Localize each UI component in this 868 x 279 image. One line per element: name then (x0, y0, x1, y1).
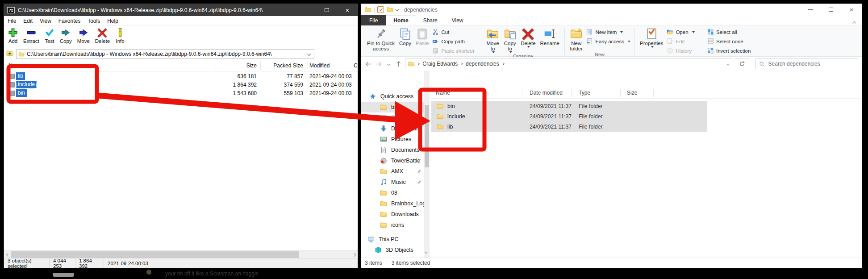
tab-view[interactable]: View (445, 15, 471, 25)
sidebar-item-this-pc[interactable]: This PC (367, 234, 423, 245)
invert-selection-button[interactable]: Invert selection (706, 46, 752, 55)
test-label: Test (45, 38, 54, 44)
menu-help[interactable]: Help (104, 18, 122, 24)
search-box[interactable] (755, 58, 858, 69)
breadcrumb-bar[interactable]: Craig Edwards dependencies (405, 58, 732, 69)
pin-to-quick-access-button[interactable]: Pin to Quick access (365, 26, 397, 51)
add-button[interactable]: Add (6, 27, 20, 45)
column-name[interactable]: Name (8, 62, 23, 69)
column-modified[interactable]: Modified (309, 62, 330, 69)
sidebar-item-downloads-folder[interactable]: Downloads (380, 209, 424, 220)
forward-button[interactable] (375, 60, 383, 68)
column-date-modified[interactable]: Date modified (530, 90, 563, 96)
breadcrumb-current[interactable]: dependencies (466, 61, 499, 67)
copy-path-button[interactable]: Copy path (431, 37, 476, 46)
horizontal-scrollbar[interactable] (4, 250, 358, 258)
delete-button[interactable]: Delete (518, 26, 538, 48)
sidebar-item-08[interactable]: 08 (380, 187, 424, 198)
scroll-down-button[interactable] (425, 247, 427, 255)
tab-home[interactable]: Home (386, 15, 416, 25)
up-button[interactable] (395, 60, 403, 68)
file-packed-size: 559 103 (257, 90, 303, 96)
up-one-level-button[interactable] (6, 50, 14, 58)
clipboard-icon (416, 28, 428, 40)
history-button[interactable]: History (665, 46, 696, 55)
maximize-button[interactable] (317, 4, 337, 16)
copy-button[interactable]: Copy (397, 26, 413, 46)
sidebar-item-icons[interactable]: icons (380, 220, 424, 230)
file-date-modified: 24/09/2021 11:37 (530, 124, 572, 130)
scroll-left-button[interactable] (4, 251, 12, 258)
move-to-button[interactable]: Move to (484, 26, 501, 53)
test-button[interactable]: Test (42, 27, 57, 45)
address-dropdown-icon[interactable] (726, 62, 730, 65)
file-row-lib[interactable]: lib 24/09/2021 11:37 File folder (431, 121, 707, 132)
select-none-button[interactable]: Select none (706, 37, 752, 46)
extract-button[interactable]: Extract (21, 27, 42, 45)
sidebar-label: Pictures (391, 136, 411, 142)
copy-button[interactable]: Copy (58, 27, 74, 45)
scroll-right-button[interactable] (350, 251, 358, 258)
address-combo[interactable]: C:\Users\brain\Downloads\libdpp - Window… (16, 49, 314, 59)
column-size[interactable]: Size (171, 62, 257, 69)
file-size: 1 864 392 (171, 82, 257, 88)
paste-shortcut-button[interactable]: Paste shortcut (431, 46, 476, 55)
select-all-label: Select all (716, 29, 737, 35)
tab-share[interactable]: Share (416, 15, 445, 25)
refresh-button[interactable] (735, 58, 749, 69)
menu-favorites[interactable]: Favorites (55, 18, 84, 24)
scrollbar-thumb[interactable] (425, 105, 429, 167)
recent-locations-button[interactable] (385, 60, 392, 68)
column-type[interactable]: Type (579, 90, 590, 96)
menu-edit[interactable]: Edit (20, 18, 36, 24)
sidebar-scrollbar[interactable] (424, 71, 430, 258)
menu-tools[interactable]: Tools (84, 18, 104, 24)
file-row-bin[interactable]: bin 24/09/2021 11:37 File folder (431, 101, 707, 111)
menu-file[interactable]: File (4, 18, 20, 24)
info-button[interactable]: Info (113, 27, 127, 45)
sidebar-item-3d-objects[interactable]: 3D Objects (375, 245, 423, 255)
open-button[interactable]: Open (665, 27, 696, 37)
quick-access-check-icon[interactable] (377, 6, 384, 13)
menu-view[interactable]: View (36, 18, 55, 24)
select-all-button[interactable]: Select all (706, 27, 752, 37)
minimize-button[interactable] (296, 4, 317, 16)
paste-button[interactable]: Paste (413, 26, 431, 46)
maximize-button[interactable] (821, 4, 841, 15)
search-input[interactable] (768, 61, 855, 67)
properties-button[interactable]: Properties (638, 26, 665, 48)
back-button[interactable] (365, 60, 372, 68)
column-packed-size[interactable]: Packed Size (264, 62, 303, 69)
breadcrumb-root[interactable]: Craig Edwards (422, 61, 458, 67)
copy-to-button[interactable]: Copy to (501, 26, 518, 53)
file-row-include[interactable]: include 24/09/2021 11:37 File folder (431, 111, 707, 121)
cut-button[interactable]: Cut (431, 27, 476, 37)
sidebar-item-brainbox-logo[interactable]: Brainbox_Logo (380, 198, 424, 209)
edit-button[interactable]: Edit (665, 37, 696, 46)
qat-dropdown-icon[interactable] (396, 8, 399, 11)
scrollbar-thumb[interactable] (11, 251, 299, 258)
collapse-ribbon-button[interactable] (853, 18, 855, 26)
move-button[interactable]: Move (75, 27, 92, 45)
column-size[interactable]: Size (627, 90, 637, 96)
column-name[interactable]: Name (436, 90, 450, 96)
breadcrumb-separator-icon (502, 62, 505, 65)
column-partial[interactable]: C (354, 62, 358, 69)
delete-button[interactable]: Delete (93, 27, 112, 45)
tab-file[interactable]: File (361, 15, 386, 25)
sidebar-item-brain[interactable]: brain (361, 102, 424, 112)
move-label: Move (77, 38, 90, 44)
minimize-button[interactable] (800, 4, 821, 15)
sidebar-item-quick-access[interactable]: Quick access (369, 91, 423, 102)
new-folder-button[interactable]: New folder (568, 26, 585, 51)
blue-bar-icon (26, 28, 36, 37)
close-button[interactable]: × (337, 4, 358, 16)
new-item-button[interactable]: New item (585, 27, 632, 37)
sidebar-label: Documents (391, 147, 419, 153)
rename-button[interactable]: Rename (538, 26, 562, 46)
close-button[interactable]: × (841, 4, 862, 15)
easy-access-button[interactable]: Easy access (585, 37, 632, 46)
dropdown-caret-icon (527, 46, 530, 48)
minimize-icon (808, 9, 813, 10)
address-dropdown-button[interactable] (305, 53, 313, 55)
